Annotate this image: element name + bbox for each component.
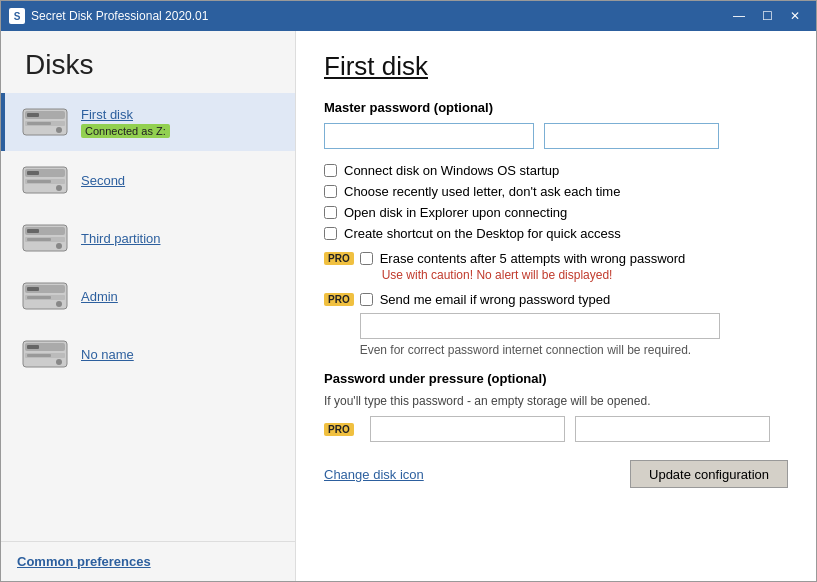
hdd-icon-admin xyxy=(21,277,69,315)
svg-point-9 xyxy=(56,185,62,191)
sidebar-item-first-disk[interactable]: First disk Connected as Z: xyxy=(1,93,295,151)
maximize-button[interactable]: ☐ xyxy=(754,6,780,26)
close-button[interactable]: ✕ xyxy=(782,6,808,26)
hdd-icon-noname xyxy=(21,335,69,373)
bottom-row: Change disk icon Update configuration xyxy=(324,460,788,488)
checkbox-shortcut-label: Create shortcut on the Desktop for quick… xyxy=(344,226,621,241)
checkbox-startup-label: Connect disk on Windows OS startup xyxy=(344,163,559,178)
pressure-desc: If you'll type this password - an empty … xyxy=(324,394,788,408)
pro-badge-erase: PRO xyxy=(324,252,354,265)
titlebar: S Secret Disk Professional 2020.01 — ☐ ✕ xyxy=(1,1,816,31)
hdd-icon-third xyxy=(21,219,69,257)
svg-point-15 xyxy=(56,243,62,249)
pro-erase-label: Erase contents after 5 attempts with wro… xyxy=(380,251,686,266)
pro-email-note: Even for correct password internet conne… xyxy=(360,343,720,357)
pro-email-checkbox-line: Send me email if wrong password typed xyxy=(360,292,720,307)
sidebar-title: Disks xyxy=(1,31,295,93)
sidebar-item-admin[interactable]: Admin xyxy=(1,267,295,325)
master-password-label: Master password (optional) xyxy=(324,100,788,115)
pro-badge-email: PRO xyxy=(324,293,354,306)
svg-point-27 xyxy=(56,359,62,365)
checkbox-explorer: Open disk in Explorer upon connecting xyxy=(324,205,788,220)
pro-erase-row: PRO Erase contents after 5 attempts with… xyxy=(324,251,788,282)
hdd-icon-first xyxy=(21,103,69,141)
pro-erase-caution: Use with caution! No alert will be displ… xyxy=(382,268,686,282)
master-password-input[interactable] xyxy=(324,123,534,149)
svg-rect-4 xyxy=(27,113,39,117)
pro-email-label: Send me email if wrong password typed xyxy=(380,292,611,307)
checkbox-startup-input[interactable] xyxy=(324,164,337,177)
svg-rect-5 xyxy=(27,122,51,125)
third-partition-info: Third partition xyxy=(81,231,160,246)
pressure-password-confirm-input[interactable] xyxy=(575,416,770,442)
sidebar-item-no-name[interactable]: No name xyxy=(1,325,295,383)
pro-email-checkbox[interactable] xyxy=(360,293,373,306)
pressure-label: Password under pressure (optional) xyxy=(324,371,788,386)
svg-rect-10 xyxy=(27,171,39,175)
update-configuration-button[interactable]: Update configuration xyxy=(630,460,788,488)
second-disk-info: Second xyxy=(81,173,125,188)
admin-disk-label[interactable]: Admin xyxy=(81,289,118,304)
sidebar-item-second[interactable]: Second xyxy=(1,151,295,209)
svg-rect-29 xyxy=(27,354,51,357)
noname-disk-label[interactable]: No name xyxy=(81,347,134,362)
sidebar-item-third-partition[interactable]: Third partition xyxy=(1,209,295,267)
svg-rect-16 xyxy=(27,229,39,233)
first-disk-connected: Connected as Z: xyxy=(81,124,170,138)
checkbox-explorer-input[interactable] xyxy=(324,206,337,219)
common-preferences-link[interactable]: Common preferences xyxy=(1,541,295,581)
window-controls: — ☐ ✕ xyxy=(726,6,808,26)
svg-point-3 xyxy=(56,127,62,133)
minimize-button[interactable]: — xyxy=(726,6,752,26)
second-disk-label[interactable]: Second xyxy=(81,173,125,188)
admin-disk-info: Admin xyxy=(81,289,118,304)
first-disk-info: First disk Connected as Z: xyxy=(81,107,170,138)
checkbox-shortcut: Create shortcut on the Desktop for quick… xyxy=(324,226,788,241)
disk-list: First disk Connected as Z: xyxy=(1,93,295,541)
pressure-password-input[interactable] xyxy=(370,416,565,442)
svg-rect-23 xyxy=(27,296,51,299)
svg-rect-22 xyxy=(27,287,39,291)
sidebar: Disks First disk Connected as Z: xyxy=(1,31,296,581)
noname-disk-info: No name xyxy=(81,347,134,362)
page-title: First disk xyxy=(324,51,788,82)
pro-erase-content: Erase contents after 5 attempts with wro… xyxy=(360,251,686,282)
change-disk-icon-link[interactable]: Change disk icon xyxy=(324,467,424,482)
pro-email-input[interactable] xyxy=(360,313,720,339)
checkbox-shortcut-input[interactable] xyxy=(324,227,337,240)
pressure-inputs-row: PRO xyxy=(324,416,788,442)
svg-rect-11 xyxy=(27,180,51,183)
pro-erase-checkbox[interactable] xyxy=(360,252,373,265)
svg-point-21 xyxy=(56,301,62,307)
svg-rect-17 xyxy=(27,238,51,241)
master-password-confirm-input[interactable] xyxy=(544,123,719,149)
window-title: Secret Disk Professional 2020.01 xyxy=(31,9,726,23)
checkbox-letter-input[interactable] xyxy=(324,185,337,198)
first-disk-label[interactable]: First disk xyxy=(81,107,170,122)
pro-email-content: Send me email if wrong password typed Ev… xyxy=(360,292,720,357)
main-panel: First disk Master password (optional) Co… xyxy=(296,31,816,581)
checkbox-startup: Connect disk on Windows OS startup xyxy=(324,163,788,178)
third-partition-label[interactable]: Third partition xyxy=(81,231,160,246)
svg-rect-28 xyxy=(27,345,39,349)
hdd-icon-second xyxy=(21,161,69,199)
pressure-section: Password under pressure (optional) If yo… xyxy=(324,371,788,442)
checkbox-letter-label: Choose recently used letter, don't ask e… xyxy=(344,184,620,199)
pro-badge-pressure: PRO xyxy=(324,423,354,436)
checkbox-explorer-label: Open disk in Explorer upon connecting xyxy=(344,205,567,220)
pro-email-row: PRO Send me email if wrong password type… xyxy=(324,292,788,357)
checkbox-letter: Choose recently used letter, don't ask e… xyxy=(324,184,788,199)
app-icon: S xyxy=(9,8,25,24)
pro-erase-checkbox-line: Erase contents after 5 attempts with wro… xyxy=(360,251,686,266)
master-password-row xyxy=(324,123,788,149)
